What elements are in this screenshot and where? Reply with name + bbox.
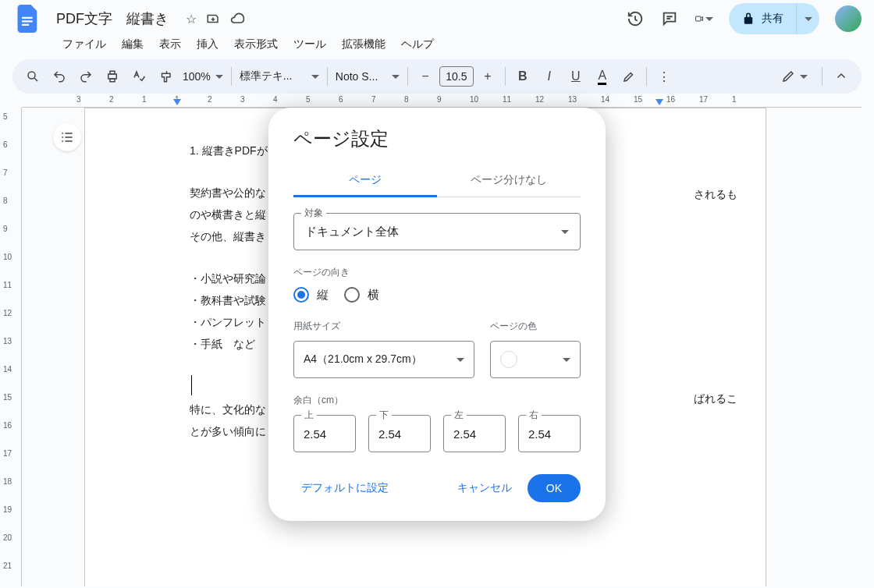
tab-page[interactable]: ページ — [293, 165, 437, 197]
set-default-button[interactable]: デフォルトに設定 — [293, 475, 396, 501]
color-swatch — [500, 351, 517, 368]
paper-size-label: 用紙サイズ — [293, 320, 474, 333]
dialog-title: ページ設定 — [293, 126, 581, 151]
paper-size-select[interactable]: A4（21.0cm x 29.7cm） — [293, 341, 474, 378]
page-color-select[interactable] — [490, 341, 581, 378]
margins-label: 余白（cm） — [293, 394, 581, 407]
ok-button[interactable]: OK — [528, 474, 581, 502]
orientation-label: ページの向き — [293, 266, 581, 279]
apply-to-label: 対象 — [301, 207, 326, 220]
apply-to-select[interactable]: ドキュメント全体 — [293, 213, 581, 250]
orientation-portrait[interactable]: 縦 — [293, 287, 329, 303]
orientation-landscape[interactable]: 横 — [344, 287, 379, 303]
outline-toggle[interactable] — [53, 123, 81, 151]
tab-pageless[interactable]: ページ分けなし — [437, 165, 581, 197]
page-setup-dialog: ページ設定 ページ ページ分けなし 対象 ドキュメント全体 ページの向き 縦 横… — [268, 108, 606, 521]
page-color-label: ページの色 — [490, 320, 581, 333]
cancel-button[interactable]: キャンセル — [449, 475, 520, 501]
